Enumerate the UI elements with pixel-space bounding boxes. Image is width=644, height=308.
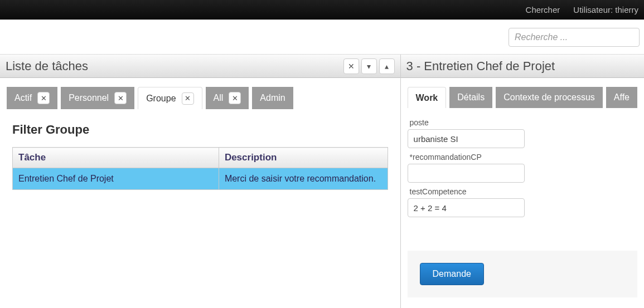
poste-label: poste <box>410 118 635 127</box>
left-panel-header: Liste de tâches ✕ ▾ ▴ <box>0 55 400 78</box>
right-panel: 3 - Entretien Chef de Projet Work Détail… <box>401 55 644 308</box>
submit-button[interactable]: Demande <box>420 263 484 285</box>
tab-admin-label: Admin <box>260 93 285 103</box>
poste-field[interactable] <box>408 129 525 148</box>
tab-contexte[interactable]: Contexte de processus <box>496 87 603 108</box>
tab-personnel-close-icon[interactable]: ✕ <box>114 92 127 104</box>
right-panel-header: 3 - Entretien Chef de Projet <box>401 55 644 78</box>
tab-work[interactable]: Work <box>408 87 447 108</box>
main-area: Liste de tâches ✕ ▾ ▴ Actif ✕ Personnel … <box>0 55 644 308</box>
tab-all-close-icon[interactable]: ✕ <box>229 92 241 104</box>
col-description-header[interactable]: Description <box>219 148 388 168</box>
top-user-label: Utilisateur: thierry <box>573 5 638 14</box>
search-row <box>0 19 644 55</box>
header-dropdown-button[interactable]: ▾ <box>361 58 377 74</box>
tab-all[interactable]: All ✕ <box>206 87 249 109</box>
task-table: Tâche Description Entretien Chef de Proj… <box>12 147 388 190</box>
tab-groupe-close-icon[interactable]: ✕ <box>182 92 194 105</box>
left-tabbar: Actif ✕ Personnel ✕ Groupe ✕ All ✕ Admin <box>7 87 394 109</box>
topbar: Chercher Utilisateur: thierry <box>0 0 644 19</box>
tab-actif-close-icon[interactable]: ✕ <box>37 92 50 104</box>
cell-description: Merci de saisir votre recommandation. <box>219 168 388 190</box>
tab-actif-label: Actif <box>14 93 32 103</box>
tab-details[interactable]: Détails <box>449 87 492 108</box>
col-task-header[interactable]: Tâche <box>13 148 219 168</box>
search-input[interactable] <box>509 28 640 47</box>
testcompetence-label: testCompetence <box>410 187 635 196</box>
left-panel-title: Liste de tâches <box>6 59 88 74</box>
testcompetence-field[interactable] <box>408 198 525 217</box>
tab-all-label: All <box>214 93 224 103</box>
tab-personnel-label: Personnel <box>69 93 109 103</box>
tab-personnel[interactable]: Personnel ✕ <box>61 87 134 109</box>
tab-admin[interactable]: Admin <box>252 87 293 109</box>
recommandation-label: *recommandationCP <box>410 153 635 162</box>
tab-affe[interactable]: Affe <box>606 87 637 108</box>
tab-actif[interactable]: Actif ✕ <box>7 87 57 109</box>
top-search-link[interactable]: Chercher <box>526 5 560 14</box>
cell-task: Entretien Chef de Projet <box>13 168 219 190</box>
work-form: poste *recommandationCP testCompetence D… <box>408 108 637 297</box>
right-panel-title: 3 - Entretien Chef de Projet <box>406 59 555 74</box>
tab-groupe-label: Groupe <box>146 94 176 104</box>
table-row[interactable]: Entretien Chef de Projet Merci de saisir… <box>13 168 388 190</box>
left-panel: Liste de tâches ✕ ▾ ▴ Actif ✕ Personnel … <box>0 55 401 308</box>
recommandation-field[interactable] <box>408 164 525 183</box>
tab-groupe[interactable]: Groupe ✕ <box>138 87 202 109</box>
action-box: Demande <box>408 251 637 297</box>
header-close-button[interactable]: ✕ <box>343 58 359 74</box>
right-tabbar: Work Détails Contexte de processus Affe <box>408 87 637 108</box>
header-collapse-button[interactable]: ▴ <box>379 58 395 74</box>
filter-box: Filter Groupe Tâche Description Entretie… <box>7 109 394 195</box>
filter-title: Filter Groupe <box>12 123 388 137</box>
